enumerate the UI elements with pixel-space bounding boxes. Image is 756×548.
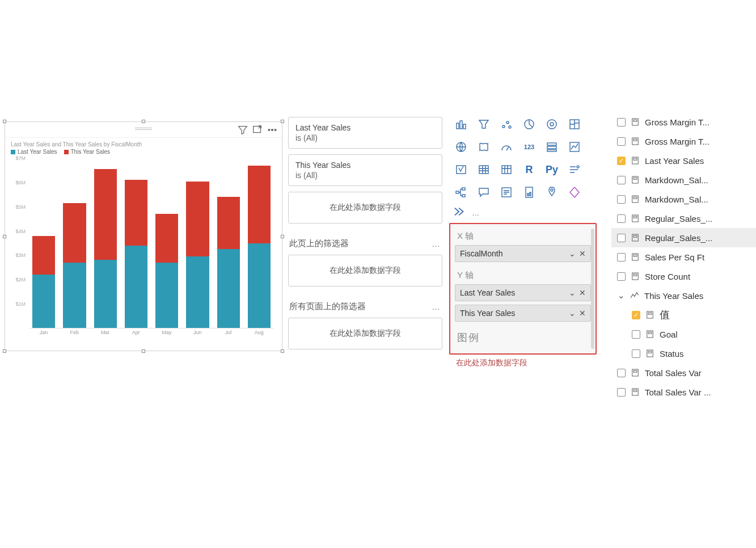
filter-card-thisyear[interactable]: This Year Sales is (All): [288, 154, 442, 186]
well-item-lastyear[interactable]: Last Year Sales ⌄✕: [455, 284, 591, 301]
field-regular-sales-2[interactable]: Regular_Sales_...: [611, 228, 756, 247]
bar-column[interactable]: [155, 158, 178, 328]
bar-column[interactable]: [125, 158, 147, 328]
field-gross-margin-1[interactable]: Gross Margin T...: [611, 112, 756, 132]
field-this-year-value[interactable]: ✓ 值: [611, 305, 756, 324]
checkbox[interactable]: [617, 253, 626, 262]
field-total-sales-var-2[interactable]: Total Sales Var ...: [611, 382, 756, 402]
bar-column[interactable]: [248, 158, 271, 328]
resize-handle[interactable]: [3, 120, 6, 123]
checkbox[interactable]: [617, 272, 626, 281]
checkbox[interactable]: [617, 195, 626, 204]
checkbox-checked[interactable]: ✓: [632, 311, 640, 319]
kpi-icon[interactable]: [565, 137, 584, 157]
checkbox[interactable]: [617, 369, 626, 377]
pie-icon[interactable]: [520, 115, 539, 134]
python-visual-icon[interactable]: Py: [542, 160, 561, 179]
decomposition-tree-icon[interactable]: [451, 183, 471, 202]
card-icon[interactable]: 123: [520, 137, 539, 157]
matrix-icon[interactable]: [497, 160, 516, 179]
remove-icon[interactable]: ✕: [579, 249, 586, 258]
resize-handle[interactable]: [142, 349, 145, 353]
bar-column[interactable]: [32, 158, 55, 328]
filter-drop-placeholder[interactable]: 在此处添加数据字段: [288, 318, 442, 349]
chevron-down-icon[interactable]: ⌄: [569, 309, 576, 318]
more-icon[interactable]: …: [432, 239, 441, 248]
well-item-fiscalmonth[interactable]: FiscalMonth ⌄✕: [455, 245, 591, 262]
table-icon[interactable]: [474, 160, 493, 179]
bar-column[interactable]: [186, 158, 209, 328]
resize-handle[interactable]: [281, 120, 284, 123]
map-icon[interactable]: [451, 137, 471, 157]
remove-icon[interactable]: ✕: [579, 288, 586, 297]
x-tick: Feb: [63, 330, 86, 340]
key-influencers-icon[interactable]: [565, 160, 584, 179]
scatter-icon[interactable]: [497, 115, 516, 134]
resize-handle[interactable]: [281, 235, 284, 238]
field-markdown-sal-1[interactable]: Markdown_Sal...: [611, 170, 756, 189]
field-total-sales-var[interactable]: Total Sales Var: [611, 363, 756, 382]
clustered-column-icon[interactable]: [451, 115, 471, 134]
bar-column[interactable]: [63, 158, 86, 328]
field-markdown-sal-2[interactable]: Markdown_Sal...: [611, 189, 756, 209]
field-sales-per-sqft[interactable]: Sales Per Sq Ft: [611, 247, 756, 267]
field-last-year-sales[interactable]: ✓ Last Year Sales: [611, 151, 756, 170]
slicer-icon[interactable]: [451, 160, 471, 179]
remove-icon[interactable]: ✕: [579, 309, 586, 318]
field-regular-sales-1[interactable]: Regular_Sales_...: [611, 209, 756, 228]
resize-handle[interactable]: [281, 349, 284, 353]
checkbox[interactable]: [632, 330, 640, 339]
bar-segment-thisyear: [217, 197, 240, 249]
drop-placeholder[interactable]: 在此处添加数据字段: [449, 355, 597, 372]
bar-column[interactable]: [94, 158, 117, 328]
filter-drop-placeholder[interactable]: 在此处添加数据字段: [288, 255, 442, 286]
field-this-year-goal[interactable]: Goal: [611, 324, 756, 344]
r-label: R: [526, 164, 533, 176]
checkbox[interactable]: [617, 176, 626, 184]
svg-rect-28: [527, 193, 529, 196]
checkbox[interactable]: [617, 137, 626, 146]
paginated-report-icon[interactable]: [520, 183, 539, 202]
field-store-count[interactable]: Store Count: [611, 267, 756, 286]
checkbox-checked[interactable]: ✓: [617, 157, 626, 165]
filter-drop-placeholder[interactable]: 在此处添加数据字段: [288, 192, 442, 224]
get-more-visuals-icon[interactable]: …: [472, 209, 480, 217]
field-this-year-sales[interactable]: ⌄ This Year Sales: [611, 286, 756, 305]
donut-icon[interactable]: [542, 115, 561, 134]
resize-handle[interactable]: [3, 349, 6, 353]
filled-map-icon[interactable]: [474, 137, 493, 157]
field-gross-margin-2[interactable]: Gross Margin T...: [611, 132, 756, 151]
filter-card-lastyear[interactable]: Last Year Sales is (All): [288, 117, 442, 149]
r-visual-icon[interactable]: R: [520, 160, 539, 179]
chevron-down-icon[interactable]: ⌄: [569, 249, 576, 258]
funnel-icon[interactable]: [474, 115, 493, 134]
smart-narrative-icon[interactable]: [497, 183, 516, 202]
filter-icon[interactable]: [236, 124, 249, 136]
checkbox[interactable]: [617, 388, 626, 397]
chevron-down-icon[interactable]: ⌄: [569, 288, 576, 297]
resize-handle[interactable]: [142, 120, 145, 123]
checkbox[interactable]: [617, 214, 626, 223]
gauge-icon[interactable]: [497, 137, 516, 157]
scrollbar[interactable]: [591, 229, 594, 349]
multirow-card-icon[interactable]: [542, 137, 561, 157]
more-icon[interactable]: …: [432, 302, 441, 311]
arcgis-map-icon[interactable]: [542, 183, 561, 202]
checkbox[interactable]: [617, 234, 626, 242]
expand-icon[interactable]: ⌄: [617, 290, 625, 301]
field-this-year-status[interactable]: Status: [611, 344, 756, 363]
well-item-thisyear[interactable]: This Year Sales ⌄✕: [455, 305, 591, 322]
focus-mode-icon[interactable]: [251, 124, 264, 136]
checkbox[interactable]: [632, 349, 640, 358]
drag-grip-icon[interactable]: [135, 128, 152, 131]
qa-visual-icon[interactable]: [474, 183, 493, 202]
powerapps-icon[interactable]: [565, 183, 584, 202]
section-label: 所有页面上的筛选器: [289, 301, 366, 312]
resize-handle[interactable]: [3, 235, 6, 238]
more-options-icon[interactable]: [266, 124, 278, 136]
checkbox[interactable]: [617, 118, 626, 127]
chart-visual-tile[interactable]: Last Year Sales and This Year Sales by F…: [5, 121, 282, 351]
power-automate-icon[interactable]: [454, 206, 466, 220]
treemap-icon[interactable]: [565, 115, 584, 134]
bar-column[interactable]: [217, 158, 240, 328]
